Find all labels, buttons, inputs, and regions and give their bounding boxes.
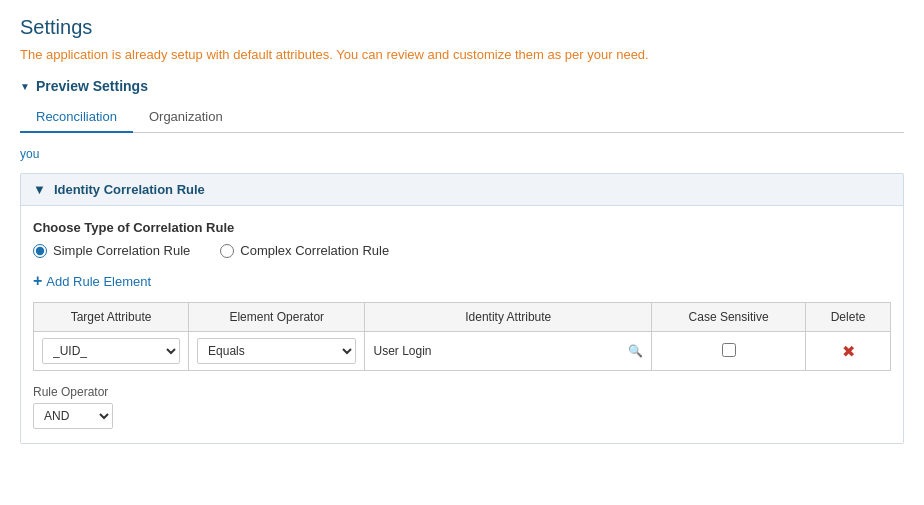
preview-settings-header: ▼ Preview Settings — [20, 78, 904, 94]
tab-bar: Reconciliation Organization — [20, 102, 904, 133]
simple-rule-label: Simple Correlation Rule — [53, 243, 190, 258]
complex-rule-label: Complex Correlation Rule — [240, 243, 389, 258]
correlation-rule-type-group: Simple Correlation Rule Complex Correlat… — [33, 243, 891, 258]
element-operator-cell[interactable]: Equals — [189, 332, 365, 371]
complex-rule-radio[interactable] — [220, 244, 234, 258]
rule-operator-section: Rule Operator AND OR — [33, 385, 891, 429]
col-element-operator: Element Operator — [189, 303, 365, 332]
add-rule-button[interactable]: + Add Rule Element — [33, 272, 151, 290]
identity-correlation-header[interactable]: ▼ Identity Correlation Rule — [21, 174, 903, 205]
page-title: Settings — [20, 16, 904, 39]
identity-correlation-section: ▼ Identity Correlation Rule Choose Type … — [20, 173, 904, 444]
col-case-sensitive: Case Sensitive — [652, 303, 806, 332]
identity-attribute-input[interactable] — [373, 344, 622, 358]
add-rule-label: Add Rule Element — [46, 274, 151, 289]
element-operator-select[interactable]: Equals — [197, 338, 356, 364]
search-icon[interactable]: 🔍 — [628, 344, 643, 358]
rule-type-label: Choose Type of Correlation Rule — [33, 220, 891, 235]
info-text: you — [20, 147, 904, 161]
rule-operator-select[interactable]: AND OR — [33, 403, 113, 429]
simple-rule-radio[interactable] — [33, 244, 47, 258]
plus-icon: + — [33, 272, 42, 290]
col-identity-attribute: Identity Attribute — [365, 303, 652, 332]
case-sensitive-checkbox[interactable] — [722, 343, 736, 357]
page-subtitle: The application is already setup with de… — [20, 47, 904, 62]
col-target-attribute: Target Attribute — [34, 303, 189, 332]
preview-settings-label: Preview Settings — [36, 78, 148, 94]
rule-operator-label: Rule Operator — [33, 385, 891, 399]
delete-button[interactable]: ✖ — [842, 342, 855, 361]
tab-reconciliation[interactable]: Reconciliation — [20, 102, 133, 133]
identity-attribute-cell[interactable]: 🔍 — [365, 332, 652, 371]
table-row: _UID_ Equals 🔍 — [34, 332, 891, 371]
delete-cell[interactable]: ✖ — [806, 332, 891, 371]
simple-rule-option[interactable]: Simple Correlation Rule — [33, 243, 190, 258]
section-collapse-arrow-icon: ▼ — [33, 182, 46, 197]
col-delete: Delete — [806, 303, 891, 332]
identity-correlation-content: Choose Type of Correlation Rule Simple C… — [21, 205, 903, 443]
target-attribute-select[interactable]: _UID_ — [42, 338, 180, 364]
collapse-arrow-icon: ▼ — [20, 81, 30, 92]
case-sensitive-cell[interactable] — [652, 332, 806, 371]
rule-table: Target Attribute Element Operator Identi… — [33, 302, 891, 371]
complex-rule-option[interactable]: Complex Correlation Rule — [220, 243, 389, 258]
target-attribute-cell[interactable]: _UID_ — [34, 332, 189, 371]
rule-operator-container: AND OR — [33, 403, 891, 429]
tab-organization[interactable]: Organization — [133, 102, 239, 133]
identity-correlation-title: Identity Correlation Rule — [54, 182, 205, 197]
